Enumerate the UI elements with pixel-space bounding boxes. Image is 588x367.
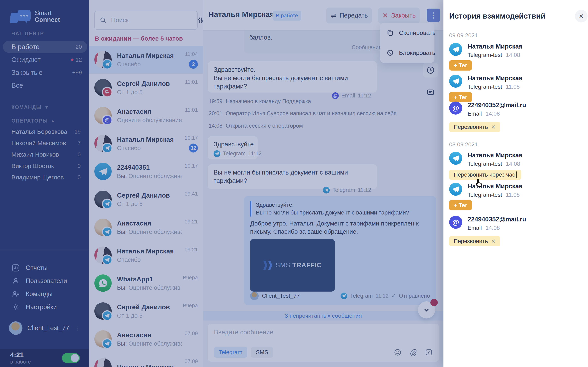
email-icon: @: [449, 101, 462, 115]
history-entry: Наталья Мирская Telegram-test14:08: [449, 43, 582, 58]
tag-chip[interactable]: Перезвонить✕: [449, 236, 500, 246]
modal-scrim: [0, 0, 443, 367]
telegram-icon: [449, 43, 462, 56]
telegram-icon: [449, 152, 462, 165]
telegram-icon: [449, 183, 462, 196]
add-tag-button[interactable]: + Тег: [449, 200, 472, 210]
hand-cursor-icon: [475, 178, 484, 188]
history-entry: Наталья Мирская Telegram-test11:08: [449, 183, 582, 198]
add-tag-button[interactable]: + Тег: [449, 60, 472, 71]
history-entry: Наталья Мирская Telegram-test14:08: [449, 152, 582, 167]
close-panel-button[interactable]: ✕: [575, 10, 588, 22]
smart-connect-app: SmartConnect ЧАТ ЦЕНТР В работе 20 Ожида…: [0, 0, 588, 367]
history-date: 03.09.2021: [449, 141, 478, 148]
tag-edit-input[interactable]: Перезвонить через час: [449, 170, 521, 180]
remove-tag-icon[interactable]: ✕: [491, 238, 496, 244]
tag-chip[interactable]: Перезвонить✕: [449, 122, 500, 132]
history-entry: Наталья Мирская Telegram-test11:08: [449, 75, 582, 90]
history-entry: @ 224940352@mail.ru Email14:08: [449, 101, 582, 117]
history-entry: @ 224940352@mail.ru Email14:08: [449, 216, 582, 231]
interaction-history-panel: История взаимодействий ✕ 09.09.2021 Ната…: [443, 0, 588, 367]
panel-title: История взаимодействий: [449, 12, 545, 20]
add-tag-button[interactable]: + Тег: [449, 92, 472, 102]
email-icon: @: [449, 216, 462, 229]
text-cursor: [516, 171, 517, 178]
history-date: 09.09.2021: [449, 32, 478, 39]
telegram-icon: [449, 75, 462, 88]
remove-tag-icon[interactable]: ✕: [491, 124, 496, 130]
